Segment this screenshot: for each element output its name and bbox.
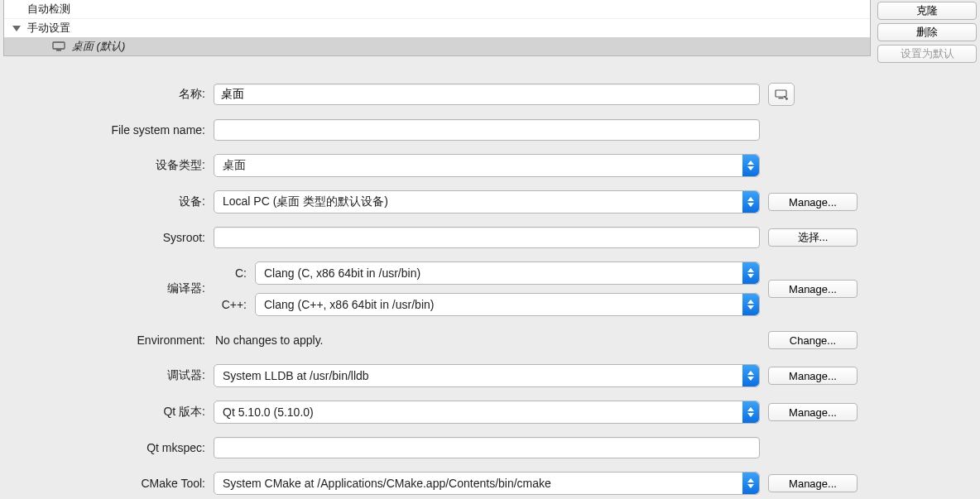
row-sysroot: Sysroot: 选择...: [7, 227, 867, 248]
select-value: System LLDB at /usr/bin/lldb: [223, 369, 369, 382]
label-debugger: 调试器:: [7, 368, 214, 383]
row-fsname: File system name:: [7, 119, 867, 141]
name-input[interactable]: [214, 84, 760, 105]
select-value: Qt 5.10.0 (5.10.0): [223, 405, 314, 419]
debugger-select[interactable]: System LLDB at /usr/bin/lldb: [214, 364, 760, 387]
set-default-button[interactable]: 设置为默认: [877, 45, 977, 63]
row-cmake: CMake Tool: System CMake at /Application…: [7, 472, 867, 495]
row-devtype: 设备类型: 桌面: [7, 154, 867, 177]
row-qtversion: Qt 版本: Qt 5.10.0 (5.10.0) Manage...: [7, 401, 867, 424]
environment-change-button[interactable]: Change...: [768, 331, 858, 349]
select-arrows-icon: [742, 473, 759, 494]
tree-item-label: 桌面 (默认): [72, 39, 125, 54]
tree-item-manual[interactable]: 手动设置: [4, 19, 870, 37]
select-value: System CMake at /Applications/CMake.app/…: [223, 477, 551, 490]
svg-rect-1: [56, 50, 61, 51]
compiler-sub: C: Clang (C, x86 64bit in /usr/bin) C++:…: [214, 261, 760, 316]
kits-tree[interactable]: 自动检测 手动设置 桌面 (默认): [3, 0, 871, 56]
delete-button[interactable]: 删除: [877, 23, 977, 41]
row-environment: Environment: No changes to apply. Change…: [7, 329, 867, 351]
compiler-c-line: C: Clang (C, x86 64bit in /usr/bin): [214, 261, 760, 285]
cmake-select[interactable]: System CMake at /Applications/CMake.app/…: [214, 472, 760, 495]
select-value: Local PC (桌面 类型的默认设备): [223, 194, 388, 209]
row-name: 名称:: [7, 83, 867, 106]
cmake-manage-button[interactable]: Manage...: [768, 474, 858, 492]
debugger-manage-button[interactable]: Manage...: [768, 367, 858, 385]
fsname-input[interactable]: [214, 119, 760, 141]
row-device: 设备: Local PC (桌面 类型的默认设备) Manage...: [7, 190, 867, 214]
select-arrows-icon: [742, 191, 759, 213]
select-value: Clang (C++, x86 64bit in /usr/bin): [264, 298, 434, 311]
left-column: 自动检测 手动设置 桌面 (默认) 名称:: [0, 0, 874, 499]
svg-rect-3: [779, 98, 784, 98]
select-value: 桌面: [223, 158, 246, 173]
label-devtype: 设备类型:: [7, 158, 214, 173]
sysroot-choose-button[interactable]: 选择...: [768, 228, 858, 247]
device-manage-button[interactable]: Manage...: [768, 193, 858, 211]
chevron-down-icon: [12, 26, 21, 31]
tree-item-desktop-default[interactable]: 桌面 (默认): [4, 37, 870, 55]
label-name: 名称:: [7, 87, 214, 102]
device-select[interactable]: Local PC (桌面 类型的默认设备): [214, 190, 760, 214]
desktop-icon: [52, 41, 65, 51]
select-arrows-icon: [742, 365, 759, 386]
compiler-cpp-select[interactable]: Clang (C++, x86 64bit in /usr/bin): [255, 293, 760, 316]
tree-item-label: 手动设置: [27, 21, 70, 36]
tree-item-label: 自动检测: [27, 2, 70, 17]
compiler-manage-button[interactable]: Manage...: [768, 280, 858, 298]
svg-rect-2: [776, 90, 786, 97]
row-compiler: 编译器: C: Clang (C, x86 64bit in /usr/bin)…: [7, 261, 867, 316]
mkspec-input[interactable]: [214, 437, 760, 458]
row-debugger: 调试器: System LLDB at /usr/bin/lldb Manage…: [7, 364, 867, 387]
qtversion-select[interactable]: Qt 5.10.0 (5.10.0): [214, 401, 760, 424]
label-sysroot: Sysroot:: [7, 231, 214, 244]
select-arrows-icon: [742, 294, 759, 315]
label-environment: Environment:: [7, 333, 214, 347]
root: 自动检测 手动设置 桌面 (默认) 名称:: [0, 0, 980, 499]
select-value: Clang (C, x86 64bit in /usr/bin): [264, 266, 420, 280]
compiler-cpp-line: C++: Clang (C++, x86 64bit in /usr/bin): [214, 293, 760, 316]
select-arrows-icon: [742, 155, 759, 176]
label-compiler-cpp: C++:: [214, 298, 247, 311]
select-arrows-icon: [742, 262, 759, 284]
kit-icon-button[interactable]: [768, 83, 795, 106]
label-device: 设备:: [7, 194, 214, 209]
label-cmake: CMake Tool:: [7, 477, 214, 490]
clone-button[interactable]: 克隆: [877, 2, 977, 20]
compiler-c-select[interactable]: Clang (C, x86 64bit in /usr/bin): [255, 261, 760, 285]
kit-form: 名称: File system name:: [0, 56, 874, 499]
environment-text: No changes to apply.: [214, 333, 760, 347]
svg-rect-0: [53, 42, 65, 49]
label-qtversion: Qt 版本:: [7, 405, 214, 420]
sysroot-input[interactable]: [214, 227, 760, 248]
row-mkspec: Qt mkspec:: [7, 437, 867, 458]
tree-item-auto-detect[interactable]: 自动检测: [4, 0, 870, 19]
label-compiler: 编译器:: [7, 281, 214, 296]
label-mkspec: Qt mkspec:: [7, 441, 214, 454]
right-button-column: 克隆 删除 设置为默认: [874, 0, 980, 499]
label-compiler-c: C:: [214, 266, 247, 280]
devtype-select[interactable]: 桌面: [214, 154, 760, 177]
label-fsname: File system name:: [7, 123, 214, 137]
qtversion-manage-button[interactable]: Manage...: [768, 403, 858, 421]
select-arrows-icon: [742, 401, 759, 423]
